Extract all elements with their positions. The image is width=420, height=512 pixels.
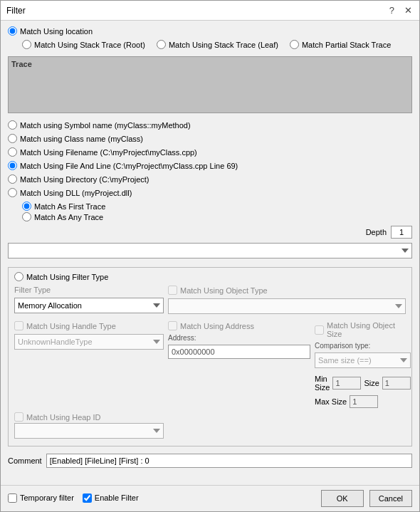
stack-root-label[interactable]: Match Using Stack Trace (Root): [34, 41, 145, 49]
match-handle-type-label[interactable]: Match Using Handle Type: [26, 322, 116, 330]
location-dropdown[interactable]: [8, 243, 412, 258]
heap-id-dropdown[interactable]: [14, 423, 164, 439]
help-button[interactable]: ?: [388, 5, 396, 16]
match-object-type-label-row: Match Using Object Type: [168, 286, 406, 295]
stack-leaf-radio[interactable]: [157, 40, 166, 49]
comparison-type-dropdown-container: Same size (==): [315, 352, 411, 368]
filter-window: Filter ? ✕ Match Using location Match Us…: [0, 0, 420, 512]
stack-trace-options: Match Using Stack Trace (Root) Match Usi…: [22, 40, 412, 51]
class-name-label[interactable]: Match using Class name (myClass): [20, 135, 143, 143]
match-heap-id-checkbox[interactable]: [14, 412, 23, 422]
max-size-label: Max Size: [315, 397, 347, 406]
trace-label: Trace: [11, 60, 409, 68]
trace-sub-options: Match As First Trace Match As Any Trace: [22, 202, 412, 223]
filter-type-label-row: Filter Type: [14, 286, 164, 294]
object-type-dropdown-container: [168, 298, 406, 314]
first-trace-radio[interactable]: [22, 202, 31, 211]
match-filter-type-radio[interactable]: [14, 272, 23, 281]
depth-input[interactable]: [391, 226, 412, 239]
filename-row: Match Using Filename (C:\myProject\myCla…: [8, 147, 412, 157]
max-size-row: Max Size: [315, 395, 411, 408]
filter-type-row: Filter Type Memory Allocation Match Usin…: [14, 286, 406, 317]
address-field-label: Address:: [168, 334, 310, 342]
stack-leaf-row: Match Using Stack Trace (Leaf): [157, 40, 278, 49]
object-type-col: Match Using Object Type: [168, 286, 406, 317]
file-line-label[interactable]: Match Using File And Line (C:\myProject\…: [20, 162, 238, 170]
dll-label[interactable]: Match Using DLL (myProject.dll): [20, 189, 132, 197]
temporary-filter-row: Temporary filter: [8, 493, 74, 503]
match-object-size-checkbox[interactable]: [315, 325, 324, 335]
comment-input[interactable]: [46, 454, 412, 468]
match-object-type-checkbox[interactable]: [168, 286, 177, 295]
partial-stack-label[interactable]: Match Partial Stack Trace: [302, 41, 391, 49]
footer: Temporary filter Enable Filter OK Cancel: [1, 485, 419, 511]
match-object-type-label[interactable]: Match Using Object Type: [180, 286, 268, 295]
stack-leaf-label[interactable]: Match Using Stack Trace (Leaf): [169, 41, 278, 49]
comment-label: Comment: [8, 456, 42, 465]
max-size-input[interactable]: [350, 395, 378, 408]
dll-radio[interactable]: [8, 188, 17, 197]
enable-filter-row: Enable Filter: [83, 493, 139, 503]
handle-type-dropdown[interactable]: UnknownHandleType: [14, 334, 164, 350]
match-filter-type-label[interactable]: Match Using Filter Type: [26, 273, 108, 281]
temporary-filter-checkbox[interactable]: [8, 493, 17, 503]
comment-section: Comment: [8, 454, 412, 468]
filter-type-dropdown[interactable]: Memory Allocation: [14, 298, 164, 313]
min-size-input[interactable]: [332, 377, 361, 390]
match-address-label-row: Match Using Address: [168, 321, 310, 330]
filter-type-dropdown-container: Memory Allocation: [14, 298, 164, 313]
comparison-type-label: Comparison type:: [315, 342, 411, 350]
partial-stack-radio[interactable]: [290, 40, 299, 49]
ok-button[interactable]: OK: [321, 490, 364, 507]
comparison-type-dropdown[interactable]: Same size (==): [315, 352, 411, 368]
close-button[interactable]: ✕: [403, 5, 414, 16]
filter-type-label: Filter Type: [14, 286, 51, 294]
dll-row: Match Using DLL (myProject.dll): [8, 188, 412, 197]
handle-type-col: Match Using Handle Type UnknownHandleTyp…: [14, 321, 164, 352]
file-line-radio[interactable]: [8, 161, 17, 170]
match-address-checkbox[interactable]: [168, 321, 177, 330]
size-input[interactable]: [382, 377, 411, 390]
depth-row: Depth: [8, 226, 412, 239]
match-address-label[interactable]: Match Using Address: [180, 322, 254, 330]
any-trace-label[interactable]: Match As Any Trace: [34, 213, 103, 221]
symbol-name-label[interactable]: Match using Symbol name (myClass::myMeth…: [20, 121, 191, 130]
cancel-button[interactable]: Cancel: [369, 490, 412, 507]
enable-filter-checkbox[interactable]: [83, 493, 92, 503]
title-bar: Filter ? ✕: [1, 1, 419, 21]
stack-root-radio[interactable]: [22, 40, 31, 49]
match-object-size-label[interactable]: Match Using Object Size: [327, 321, 411, 338]
first-trace-row: Match As First Trace: [22, 202, 412, 211]
first-trace-label[interactable]: Match As First Trace: [34, 202, 105, 211]
match-location-row: Match Using location: [8, 26, 412, 36]
match-location-label[interactable]: Match Using location: [20, 27, 93, 36]
symbol-name-radio[interactable]: [8, 120, 17, 130]
handle-address-size-row: Match Using Handle Type UnknownHandleTyp…: [14, 321, 406, 408]
directory-label[interactable]: Match Using Directory (C:\myProject): [20, 175, 149, 184]
match-location-radio[interactable]: [8, 26, 17, 36]
match-filter-type-row: Match Using Filter Type: [14, 272, 406, 281]
footer-right: OK Cancel: [321, 490, 412, 507]
filename-radio[interactable]: [8, 147, 17, 157]
temporary-filter-label[interactable]: Temporary filter: [20, 493, 74, 502]
match-heap-id-label-row: Match Using Heap ID: [14, 412, 406, 422]
handle-type-dropdown-container: UnknownHandleType: [14, 334, 164, 350]
trace-box: Trace: [8, 56, 412, 113]
filename-label[interactable]: Match Using Filename (C:\myProject\myCla…: [20, 148, 197, 157]
main-content: Match Using location Match Using Stack T…: [1, 21, 419, 485]
heap-id-section: Match Using Heap ID: [14, 412, 406, 439]
match-heap-id-label[interactable]: Match Using Heap ID: [26, 413, 101, 422]
filter-type-section: Match Using Filter Type Filter Type Memo…: [8, 267, 412, 446]
object-type-dropdown[interactable]: [168, 298, 406, 314]
match-handle-type-checkbox[interactable]: [14, 321, 23, 330]
enable-filter-label[interactable]: Enable Filter: [95, 493, 139, 502]
address-col: Match Using Address Address:: [168, 321, 310, 359]
stack-root-row: Match Using Stack Trace (Root): [22, 40, 145, 49]
any-trace-radio[interactable]: [22, 212, 31, 221]
address-input[interactable]: [168, 345, 310, 359]
depth-label: Depth: [366, 228, 387, 236]
directory-radio[interactable]: [8, 174, 17, 184]
class-name-radio[interactable]: [8, 134, 17, 143]
min-size-row: Min Size Size: [315, 375, 411, 392]
symbol-name-row: Match using Symbol name (myClass::myMeth…: [8, 120, 412, 130]
